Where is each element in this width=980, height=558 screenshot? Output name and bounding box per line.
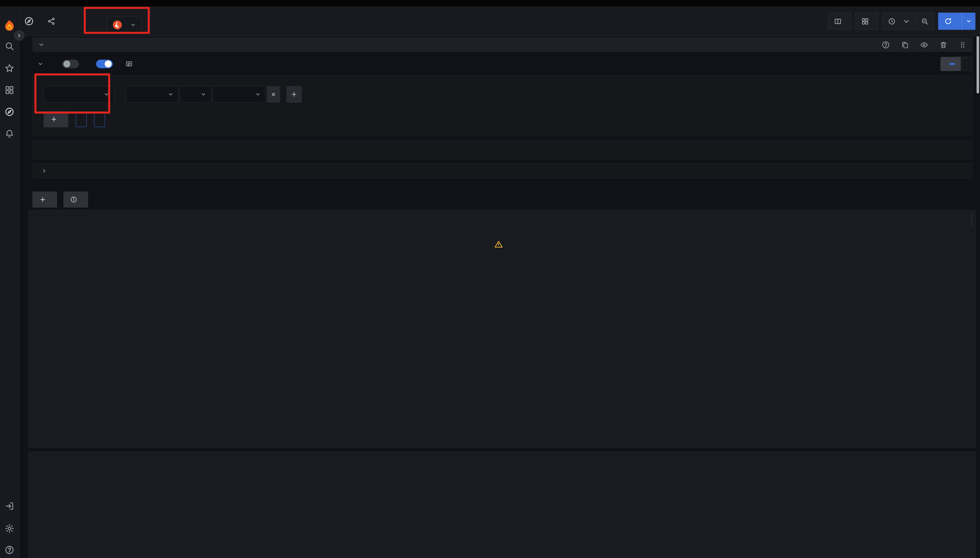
query-patterns-dropdown[interactable] [33,61,45,67]
metric-select[interactable] [44,86,114,103]
labels-field: × [126,82,302,103]
chevron-down-icon [903,18,910,25]
angle-right-icon [41,168,47,174]
toggle-visibility-eye-icon[interactable] [920,41,928,49]
plus-icon [51,116,58,123]
raw-query-toggle[interactable] [96,60,113,68]
collapse-chevron-icon[interactable] [38,41,44,48]
split-icon [834,18,842,25]
chevron-down-icon [255,92,261,97]
run-query-button[interactable] [938,13,962,30]
beta-badge [949,63,955,65]
chevron-down-icon [168,92,174,97]
prometheus-icon [112,20,122,30]
explore-compass-icon[interactable] [5,107,14,117]
raw-query-panel [33,140,973,159]
chevron-down-icon [38,61,43,67]
builder-code-switch [941,57,973,71]
graph-panel [28,210,976,448]
time-picker-group [883,13,934,30]
query-builder: × [33,75,973,136]
builder-tab[interactable] [941,57,961,71]
add-query-button[interactable] [33,192,57,208]
graph-mode-switcher [971,213,972,227]
query-options-row[interactable] [33,163,973,179]
inspector-button[interactable] [63,192,88,208]
share-icon[interactable] [47,17,56,26]
sign-in-icon[interactable] [5,501,14,511]
chart-svg[interactable] [28,259,976,379]
label-key-select[interactable] [126,86,178,103]
label-operator-select[interactable] [179,86,211,103]
code-tab[interactable] [961,57,972,71]
series-limit-warning [28,240,976,249]
warning-triangle-icon [494,240,503,249]
plus-icon [291,91,298,98]
zoom-out-icon [921,18,929,25]
add-label-filter-button[interactable] [286,86,302,103]
chevron-down-icon [104,92,109,97]
metric-field [44,82,114,103]
explore-compass-icon [24,16,34,26]
split-button[interactable] [828,13,851,30]
query-editor: × [33,38,973,179]
duplicate-query-icon[interactable] [901,41,909,49]
chevron-down-icon [201,92,206,97]
grafana-logo[interactable] [3,18,16,32]
add-to-dashboard-button[interactable] [855,13,878,30]
explain-toggle[interactable] [62,60,79,68]
starred-icon[interactable] [5,63,14,73]
info-circle-icon [70,196,77,203]
apps-icon [861,18,869,25]
hint-add-sum-button[interactable] [94,112,105,127]
dashboards-icon[interactable] [5,85,14,95]
query-toolbar [33,56,973,71]
label-value-select[interactable] [212,86,266,103]
time-series-chart[interactable] [28,259,976,379]
run-query-options-button[interactable] [962,13,975,30]
remove-label-filter-button[interactable]: × [267,86,280,103]
delete-query-trash-icon[interactable] [939,41,947,49]
search-icon[interactable] [5,41,14,51]
clock-icon [888,18,896,25]
top-nav [19,6,980,36]
comment-icon [125,60,133,68]
operations-button[interactable] [44,111,68,127]
datasource-picker[interactable] [107,16,141,34]
grafana-explore-screen: × [0,0,980,558]
give-feedback-button[interactable] [125,60,136,68]
hint-add-rate-button[interactable] [76,112,87,127]
sync-icon [944,18,952,25]
alerting-bell-icon[interactable] [5,129,14,138]
zoom-out-button[interactable] [916,13,934,30]
sidebar [0,6,19,558]
table-panel [28,451,976,558]
query-row-header[interactable] [33,38,973,52]
time-range-button[interactable] [883,13,916,30]
plus-icon [39,196,46,203]
query-help-icon[interactable] [881,41,890,49]
chevron-down-icon [130,22,136,28]
sidebar-expand-button[interactable] [14,30,25,41]
chevron-down-icon [966,18,972,24]
help-icon[interactable] [5,545,14,555]
run-query-split-button [938,13,975,30]
drag-handle-icon[interactable] [959,41,967,49]
query-actions [33,192,88,208]
browser-chrome-strip [0,0,980,6]
settings-gear-icon[interactable] [5,524,14,533]
